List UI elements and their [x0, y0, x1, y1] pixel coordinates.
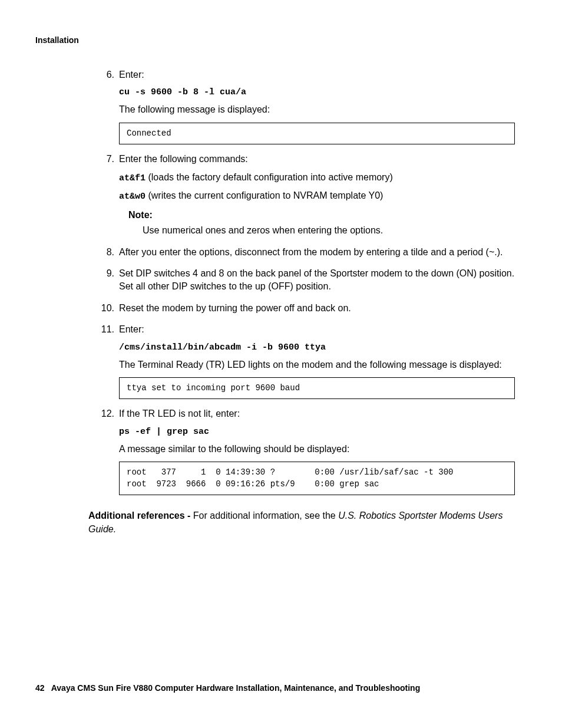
- step-message: The following message is displayed:: [119, 103, 515, 116]
- command-desc: (writes the current configuration to NVR…: [146, 190, 383, 200]
- step-8: 8. After you enter the options, disconne…: [100, 246, 515, 259]
- output-box: root 377 1 0 14:39:30 ? 0:00 /usr/lib/sa…: [119, 462, 515, 495]
- footer-title: Avaya CMS Sun Fire V880 Computer Hardwar…: [51, 683, 421, 693]
- step-label: Enter:: [119, 70, 144, 80]
- step-label: Enter:: [119, 324, 144, 334]
- note-text: Use numerical ones and zeros when enteri…: [143, 224, 515, 237]
- step-label: If the TR LED is not lit, enter:: [119, 409, 240, 419]
- step-message: The Terminal Ready (TR) LED lights on th…: [119, 358, 515, 371]
- step-number: 7.: [100, 153, 114, 166]
- step-10: 10. Reset the modem by turning the power…: [100, 302, 515, 315]
- command: at&f1: [119, 173, 146, 183]
- step-text: Reset the modem by turning the power off…: [119, 303, 351, 313]
- step-number: 9.: [100, 267, 114, 280]
- page-footer: 42 Avaya CMS Sun Fire V880 Computer Hard…: [35, 683, 420, 693]
- step-11: 11. Enter: /cms/install/bin/abcadm -i -b…: [100, 323, 515, 399]
- step-text: After you enter the options, disconnect …: [119, 247, 503, 257]
- step-list: 6. Enter: cu -s 9600 -b 8 -l cua/a The f…: [100, 68, 515, 495]
- command: cu -s 9600 -b 8 -l cua/a: [119, 86, 515, 98]
- output-box: ttya set to incoming port 9600 baud: [119, 377, 515, 400]
- command: /cms/install/bin/abcadm -i -b 9600 ttya: [119, 341, 515, 354]
- step-12: 12. If the TR LED is not lit, enter: ps …: [100, 407, 515, 495]
- command-desc: (loads the factory default configuration…: [146, 172, 393, 182]
- step-number: 8.: [100, 246, 114, 259]
- additional-text: For additional information, see the: [193, 510, 338, 521]
- output-box: Connected: [119, 123, 515, 145]
- command-line-1: at&f1 (loads the factory default configu…: [119, 171, 515, 185]
- step-text: Set DIP switches 4 and 8 on the back pan…: [119, 268, 514, 291]
- step-number: 10.: [100, 302, 114, 315]
- additional-prefix: Additional references -: [88, 510, 193, 521]
- page-content: Installation 6. Enter: cu -s 9600 -b 8 -…: [0, 0, 562, 536]
- note-label: Note:: [128, 209, 515, 222]
- command: at&w0: [119, 192, 146, 202]
- command-line-2: at&w0 (writes the current configuration …: [119, 189, 515, 203]
- step-message: A message similar to the following shoul…: [119, 443, 515, 456]
- step-number: 11.: [100, 323, 114, 336]
- step-number: 6.: [100, 68, 114, 81]
- note-block: Note: Use numerical ones and zeros when …: [128, 209, 515, 238]
- step-7: 7. Enter the following commands: at&f1 (…: [100, 153, 515, 237]
- command: ps -ef | grep sac: [119, 426, 515, 438]
- step-6: 6. Enter: cu -s 9600 -b 8 -l cua/a The f…: [100, 68, 515, 144]
- step-label: Enter the following commands:: [119, 154, 248, 164]
- step-9: 9. Set DIP switches 4 and 8 on the back …: [100, 267, 515, 294]
- section-header: Installation: [35, 35, 515, 45]
- step-number: 12.: [100, 407, 114, 420]
- additional-references: Additional references - For additional i…: [88, 509, 515, 536]
- page-number: 42: [35, 683, 45, 693]
- main-content: 6. Enter: cu -s 9600 -b 8 -l cua/a The f…: [100, 68, 515, 495]
